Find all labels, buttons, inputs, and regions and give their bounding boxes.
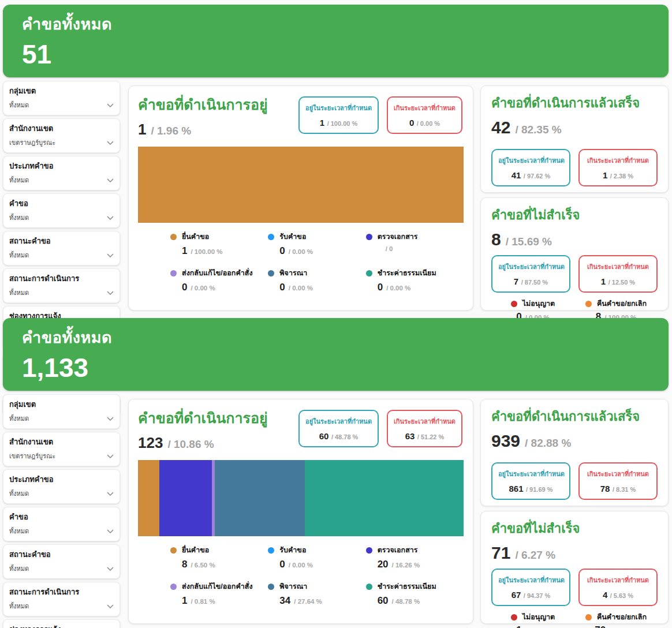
legend-item[interactable]: ยื่นคำขอ 1 / 100.00 %: [170, 231, 268, 257]
card-percent: / 1.96 %: [151, 125, 191, 137]
filter-dropdown[interactable]: สำนักงานเขต เขตราษฎร์บูรณะ: [3, 432, 120, 466]
card-value: 42: [491, 118, 510, 137]
overdue-badge: เกินระยะเวลาที่กำหนด 63 / 51.22 %: [387, 410, 462, 447]
legend-item[interactable]: คืนคำขอ/ยกเลิก 70 / 98.59 %: [574, 611, 658, 628]
badge-label: อยู่ในระยะเวลาที่กำหนด: [498, 469, 563, 479]
badge-value: 67: [512, 590, 521, 600]
overdue-badge: เกินระยะเวลาที่กำหนด 0 / 0.00 %: [387, 96, 462, 134]
filter-label: สำนักงานเขต: [9, 122, 114, 134]
legend-item[interactable]: ส่งกลับแก้ไข/ออกคำสั่ง 0 / 0.00 %: [170, 267, 268, 293]
legend-item[interactable]: ตรวจเอกสาร 20 / 16.26 %: [366, 544, 464, 570]
legend-item[interactable]: รับคำขอ 0 / 0.00 %: [268, 231, 365, 257]
overdue-badge: เกินระยะเวลาที่กำหนด 78 / 8.31 %: [578, 462, 658, 500]
legend-percent: / 0.00 %: [289, 248, 313, 255]
badge-label: อยู่ในระยะเวลาที่กำหนด: [498, 155, 563, 166]
filter-label: ช่องทางการแจ้ง: [9, 623, 114, 628]
legend-value: 60: [378, 595, 389, 607]
filter-label: สถานะคำขอ: [9, 548, 114, 560]
badge-label: เกินระยะเวลาที่กำหนด: [585, 575, 651, 585]
in-progress-card: คำขอที่ดำเนินการอยู่ 123 / 10.86 % อยู่ใ…: [128, 399, 473, 624]
legend-item[interactable]: รับคำขอ 0 / 0.00 %: [268, 544, 365, 570]
bar-segment[interactable]: [305, 460, 464, 536]
stacked-bar-chart: [138, 147, 464, 223]
bar-segment[interactable]: [159, 460, 212, 536]
card-value: 123: [138, 434, 163, 452]
card-title: คำขอที่ดำเนินการอยู่: [138, 93, 268, 116]
dashboard-panel-bottom: คำขอทั้งหมด 1,133 กลุ่มเขต ทั้งหมด สำนัก…: [0, 315, 672, 628]
badge-value: 41: [512, 170, 521, 180]
card-title: คำขอที่ดำเนินการแล้วเสร็จ: [491, 93, 658, 113]
filter-dropdown[interactable]: กลุ่มเขต ทั้งหมด: [3, 394, 120, 429]
badge-percent: / 8.31 %: [613, 486, 636, 493]
filter-dropdown[interactable]: สถานะคำขอ ทั้งหมด: [3, 231, 120, 266]
filter-dropdown[interactable]: กลุ่มเขต ทั้งหมด: [3, 81, 120, 115]
legend-item[interactable]: ชำระค่าธรรมเนียม 60 / 48.78 %: [366, 581, 464, 607]
legend-item[interactable]: ส่งกลับแก้ไข/ออกคำสั่ง 1 / 0.81 %: [170, 581, 268, 607]
card-title: คำขอที่ไม่สำเร็จ: [491, 205, 658, 225]
overdue-badge: เกินระยะเวลาที่กำหนด 4 / 5.63 %: [578, 569, 658, 606]
badge-percent: / 91.69 %: [526, 486, 552, 493]
badge-label: เกินระยะเวลาที่กำหนด: [585, 469, 651, 479]
legend-item[interactable]: พิจารณา 0 / 0.00 %: [268, 267, 365, 293]
legend-percent: / 0: [386, 245, 393, 252]
badge-label: อยู่ในระยะเวลาที่กำหนด: [498, 575, 563, 585]
badge-value: 1: [603, 170, 607, 180]
filter-dropdown[interactable]: สถานะคำขอ ทั้งหมด: [3, 544, 120, 579]
filter-label: สถานะคำขอ: [9, 235, 114, 247]
badge-label: เกินระยะเวลาที่กำหนด: [585, 155, 651, 166]
legend-value: 1: [516, 625, 521, 628]
filter-label: กลุ่มเขต: [9, 398, 114, 410]
filter-dropdown[interactable]: ประเภทคำขอ ทั้งหมด: [3, 469, 120, 504]
summary-title: คำขอทั้งหมด: [22, 325, 669, 350]
legend-percent: / 27.64 %: [294, 598, 322, 605]
legend-dot-icon: [366, 270, 372, 276]
badge-value: 7: [514, 276, 518, 286]
legend-value: 0: [182, 282, 187, 293]
legend-dot-icon: [585, 614, 592, 620]
chevron-down-icon: [107, 216, 114, 220]
filter-value: ทั้งหมด: [9, 488, 29, 499]
card-percent: / 82.35 %: [515, 124, 561, 136]
legend-dot-icon: [268, 234, 274, 240]
legend-item[interactable]: ยื่นคำขอ 8 / 6.50 %: [170, 544, 268, 570]
legend-dot-icon: [170, 270, 177, 276]
chevron-down-icon: [107, 291, 114, 295]
legend-percent: / 100.00 %: [191, 248, 222, 255]
legend-item[interactable]: พิจารณา 34 / 27.64 %: [268, 581, 365, 607]
legend-item[interactable]: ไม่อนุญาต 1 / 1.41 %: [491, 611, 574, 628]
filter-value: ทั้งหมด: [9, 601, 29, 611]
legend-item[interactable]: ตรวจเอกสาร / 0: [366, 231, 464, 257]
badge-percent: / 87.50 %: [521, 279, 548, 286]
channel-filter-dropdown[interactable]: ช่องทางการแจ้ง ทั้งหมด: [3, 619, 120, 628]
legend-value: 34: [279, 595, 290, 607]
chevron-down-icon: [107, 492, 114, 496]
legend-dot-icon: [268, 270, 274, 276]
bar-segment[interactable]: [138, 147, 464, 223]
failed-card: คำขอที่ไม่สำเร็จ 71 / 6.27 % อยู่ในระยะเ…: [480, 511, 669, 624]
in-progress-summary: คำขอที่ดำเนินการอยู่ 1 / 1.96 %: [138, 93, 268, 139]
badge-value: 1: [601, 276, 606, 286]
filter-dropdown[interactable]: สถานะการดำเนินการ ทั้งหมด: [3, 582, 120, 616]
on-time-badge: อยู่ในระยะเวลาที่กำหนด 7 / 87.50 %: [491, 255, 570, 293]
bar-segment[interactable]: [138, 460, 159, 536]
in-progress-summary: คำขอที่ดำเนินการอยู่ 123 / 10.86 %: [138, 406, 268, 452]
bar-segment[interactable]: [215, 460, 305, 536]
card-title: คำขอที่ดำเนินการแล้วเสร็จ: [491, 406, 658, 427]
legend-label: ชำระค่าธรรมเนียม: [378, 267, 436, 279]
chevron-down-icon: [107, 454, 114, 458]
filter-dropdown[interactable]: สถานะการดำเนินการ ทั้งหมด: [3, 268, 120, 303]
badge-label: อยู่ในระยะเวลาที่กำหนด: [305, 103, 372, 113]
on-time-badge: อยู่ในระยะเวลาที่กำหนด 41 / 97.62 %: [491, 149, 570, 186]
legend-item[interactable]: ชำระค่าธรรมเนียม 0 / 0.00 %: [366, 267, 464, 293]
filter-label: คำขอ: [9, 197, 114, 210]
filter-dropdown[interactable]: สำนักงานเขต เขตราษฎร์บูรณะ: [3, 118, 120, 153]
legend-dot-icon: [366, 234, 372, 240]
filter-dropdown[interactable]: คำขอ ทั้งหมด: [3, 507, 120, 541]
legend-percent: / 0.00 %: [289, 562, 313, 569]
filter-dropdown[interactable]: คำขอ ทั้งหมด: [3, 193, 120, 228]
chevron-down-icon: [107, 103, 114, 107]
stacked-bar-chart: [138, 460, 464, 536]
badge-label: เกินระยะเวลาที่กำหนด: [394, 416, 456, 427]
filter-dropdown[interactable]: ประเภทคำขอ ทั้งหมด: [3, 156, 120, 190]
legend-value: 0: [279, 559, 285, 570]
